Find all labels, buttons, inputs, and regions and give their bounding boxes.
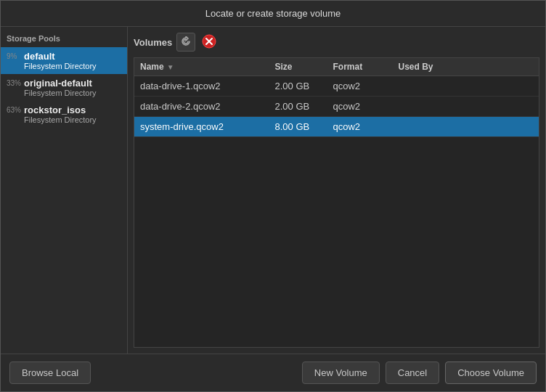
pool-name: original-default bbox=[24, 78, 121, 89]
pool-type: Filesystem Directory bbox=[24, 89, 121, 97]
col-header-format: Format bbox=[333, 62, 399, 72]
pool-row: 33% original-default Filesystem Director… bbox=[7, 78, 121, 97]
sidebar-header: Storage Pools bbox=[1, 31, 127, 47]
cell-format: qcow2 bbox=[333, 101, 399, 112]
pool-info: rockstor_isos Filesystem Directory bbox=[24, 105, 121, 124]
cell-size: 2.00 GB bbox=[275, 101, 333, 112]
refresh-icon bbox=[181, 36, 191, 49]
main-content: Volumes bbox=[128, 27, 545, 354]
cell-format: qcow2 bbox=[333, 81, 399, 91]
footer-right: New Volume Cancel Choose Volume bbox=[302, 362, 537, 384]
refresh-button[interactable] bbox=[176, 33, 195, 52]
sidebar: Storage Pools 9% default Filesystem Dire… bbox=[1, 27, 128, 354]
pool-name: rockstor_isos bbox=[24, 105, 121, 115]
pool-row: 9% default Filesystem Directory bbox=[7, 51, 121, 70]
cancel-button[interactable]: Cancel bbox=[386, 362, 439, 384]
col-header-size: Size bbox=[275, 62, 333, 72]
sidebar-item-original-default[interactable]: 33% original-default Filesystem Director… bbox=[1, 74, 127, 101]
cell-name: data-drive-1.qcow2 bbox=[140, 81, 275, 91]
new-volume-button[interactable]: New Volume bbox=[302, 362, 380, 384]
cell-size: 8.00 GB bbox=[275, 121, 333, 132]
footer-left: Browse Local bbox=[9, 362, 91, 384]
cell-used-by bbox=[399, 121, 534, 132]
cell-size: 2.00 GB bbox=[275, 81, 333, 91]
volumes-table: Name ▼ Size Format Used By data-drive-1.… bbox=[134, 57, 539, 348]
col-header-name: Name ▼ bbox=[140, 62, 275, 72]
table-row[interactable]: data-drive-1.qcow2 2.00 GB qcow2 bbox=[134, 76, 539, 97]
pool-percent: 63% bbox=[7, 105, 24, 114]
table-row[interactable]: data-drive-2.qcow2 2.00 GB qcow2 bbox=[134, 97, 539, 117]
sidebar-item-rockstor-isos[interactable]: 63% rockstor_isos Filesystem Directory bbox=[1, 101, 127, 128]
pool-info: default Filesystem Directory bbox=[24, 51, 121, 70]
cell-name: system-drive.qcow2 bbox=[140, 121, 275, 132]
sidebar-item-default[interactable]: 9% default Filesystem Directory bbox=[1, 47, 127, 74]
stop-button[interactable] bbox=[200, 33, 219, 52]
sort-arrow-icon: ▼ bbox=[167, 63, 174, 71]
pool-type: Filesystem Directory bbox=[24, 115, 121, 124]
col-header-used-by: Used By bbox=[399, 62, 534, 72]
dialog-body: Storage Pools 9% default Filesystem Dire… bbox=[1, 27, 545, 354]
cell-name: data-drive-2.qcow2 bbox=[140, 101, 275, 112]
dialog-footer: Browse Local New Volume Cancel Choose Vo… bbox=[1, 354, 545, 391]
pool-type: Filesystem Directory bbox=[24, 62, 121, 70]
cell-used-by bbox=[399, 101, 534, 112]
cell-used-by bbox=[399, 81, 534, 91]
cell-format: qcow2 bbox=[333, 121, 399, 132]
pool-row: 63% rockstor_isos Filesystem Directory bbox=[7, 105, 121, 124]
table-header: Name ▼ Size Format Used By bbox=[134, 58, 539, 76]
stop-icon bbox=[202, 34, 216, 51]
pool-info: original-default Filesystem Directory bbox=[24, 78, 121, 97]
dialog: Locate or create storage volume Storage … bbox=[0, 0, 546, 392]
pool-name: default bbox=[24, 51, 121, 62]
volumes-label: Volumes bbox=[134, 37, 172, 48]
choose-volume-button[interactable]: Choose Volume bbox=[445, 362, 537, 384]
table-row[interactable]: system-drive.qcow2 8.00 GB qcow2 bbox=[134, 117, 539, 137]
browse-local-button[interactable]: Browse Local bbox=[9, 362, 91, 384]
volumes-toolbar: Volumes bbox=[134, 33, 539, 52]
pool-percent: 33% bbox=[7, 78, 24, 87]
pool-percent: 9% bbox=[7, 51, 24, 60]
dialog-title: Locate or create storage volume bbox=[1, 1, 545, 27]
